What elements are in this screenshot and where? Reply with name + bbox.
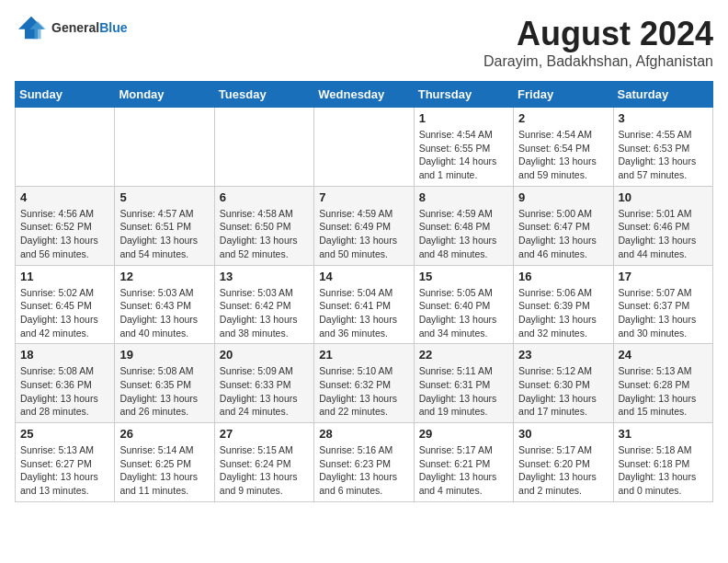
weekday-header-friday: Friday [514, 82, 613, 108]
logo: GeneralBlue [15, 15, 127, 40]
calendar-week-4: 18Sunrise: 5:08 AM Sunset: 6:36 PM Dayli… [16, 344, 713, 423]
calendar-day: 11Sunrise: 5:02 AM Sunset: 6:45 PM Dayli… [16, 265, 115, 344]
calendar-day: 29Sunrise: 5:17 AM Sunset: 6:21 PM Dayli… [414, 423, 513, 502]
calendar-day: 14Sunrise: 5:04 AM Sunset: 6:41 PM Dayli… [314, 265, 414, 344]
calendar-day: 22Sunrise: 5:11 AM Sunset: 6:31 PM Dayli… [414, 344, 513, 423]
calendar-day [16, 108, 115, 187]
title-block: August 2024 Darayim, Badakhshan, Afghani… [483, 15, 713, 70]
day-info: Sunrise: 5:03 AM Sunset: 6:43 PM Dayligh… [119, 286, 209, 340]
day-info: Sunrise: 5:14 AM Sunset: 6:25 PM Dayligh… [119, 443, 209, 498]
day-info: Sunrise: 5:15 AM Sunset: 6:24 PM Dayligh… [220, 443, 309, 498]
day-info: Sunrise: 4:55 AM Sunset: 6:53 PM Dayligh… [619, 128, 708, 182]
calendar-day: 31Sunrise: 5:18 AM Sunset: 6:18 PM Dayli… [613, 423, 712, 502]
calendar-day: 8Sunrise: 4:59 AM Sunset: 6:48 PM Daylig… [414, 186, 513, 265]
day-info: Sunrise: 5:08 AM Sunset: 6:35 PM Dayligh… [119, 364, 209, 419]
calendar-day: 4Sunrise: 4:56 AM Sunset: 6:52 PM Daylig… [16, 186, 115, 265]
day-number: 14 [319, 270, 408, 283]
page-title: August 2024 [483, 15, 713, 53]
calendar-day: 3Sunrise: 4:55 AM Sunset: 6:53 PM Daylig… [613, 108, 712, 187]
day-info: Sunrise: 5:17 AM Sunset: 6:20 PM Dayligh… [518, 443, 608, 498]
calendar-day: 17Sunrise: 5:07 AM Sunset: 6:37 PM Dayli… [613, 265, 712, 344]
calendar-day: 18Sunrise: 5:08 AM Sunset: 6:36 PM Dayli… [16, 344, 115, 423]
calendar-day: 7Sunrise: 4:59 AM Sunset: 6:49 PM Daylig… [314, 186, 414, 265]
day-number: 6 [220, 190, 309, 204]
day-number: 5 [119, 190, 209, 204]
calendar-day [115, 108, 214, 187]
logo-icon [15, 15, 48, 40]
page-subtitle: Darayim, Badakhshan, Afghanistan [483, 53, 713, 70]
day-number: 2 [518, 111, 608, 125]
calendar-day: 26Sunrise: 5:14 AM Sunset: 6:25 PM Dayli… [115, 423, 214, 502]
day-info: Sunrise: 5:00 AM Sunset: 6:47 PM Dayligh… [518, 207, 608, 261]
calendar-day: 21Sunrise: 5:10 AM Sunset: 6:32 PM Dayli… [314, 344, 414, 423]
day-info: Sunrise: 4:59 AM Sunset: 6:48 PM Dayligh… [419, 207, 508, 261]
day-number: 24 [619, 348, 708, 362]
day-number: 20 [220, 348, 309, 362]
day-number: 22 [419, 348, 508, 362]
weekday-header-saturday: Saturday [613, 82, 712, 108]
day-number: 27 [220, 427, 309, 441]
day-info: Sunrise: 5:16 AM Sunset: 6:23 PM Dayligh… [319, 443, 408, 498]
day-info: Sunrise: 5:13 AM Sunset: 6:28 PM Dayligh… [619, 364, 708, 419]
day-info: Sunrise: 5:11 AM Sunset: 6:31 PM Dayligh… [419, 364, 508, 419]
weekday-header-sunday: Sunday [16, 82, 115, 108]
calendar-day [214, 108, 313, 187]
day-info: Sunrise: 4:57 AM Sunset: 6:51 PM Dayligh… [119, 207, 209, 261]
page-header: GeneralBlue August 2024 Darayim, Badakhs… [15, 15, 713, 70]
day-info: Sunrise: 4:59 AM Sunset: 6:49 PM Dayligh… [319, 207, 408, 261]
day-number: 1 [419, 111, 508, 125]
day-number: 28 [319, 427, 408, 441]
day-info: Sunrise: 5:13 AM Sunset: 6:27 PM Dayligh… [20, 443, 109, 498]
weekday-header-tuesday: Tuesday [214, 82, 313, 108]
day-info: Sunrise: 5:03 AM Sunset: 6:42 PM Dayligh… [220, 286, 309, 340]
calendar-week-5: 25Sunrise: 5:13 AM Sunset: 6:27 PM Dayli… [16, 423, 713, 502]
day-number: 23 [518, 348, 608, 362]
day-info: Sunrise: 5:07 AM Sunset: 6:37 PM Dayligh… [619, 286, 708, 340]
day-number: 19 [119, 348, 209, 362]
calendar-table: SundayMondayTuesdayWednesdayThursdayFrid… [15, 81, 713, 502]
day-number: 11 [20, 270, 109, 283]
weekday-header-wednesday: Wednesday [314, 82, 414, 108]
day-info: Sunrise: 4:54 AM Sunset: 6:54 PM Dayligh… [518, 128, 608, 182]
day-number: 13 [220, 270, 309, 283]
day-number: 15 [419, 270, 508, 283]
day-number: 8 [419, 190, 508, 204]
day-info: Sunrise: 5:10 AM Sunset: 6:32 PM Dayligh… [319, 364, 408, 419]
day-info: Sunrise: 4:54 AM Sunset: 6:55 PM Dayligh… [419, 128, 508, 182]
calendar-day [314, 108, 414, 187]
calendar-day: 19Sunrise: 5:08 AM Sunset: 6:35 PM Dayli… [115, 344, 214, 423]
calendar-day: 23Sunrise: 5:12 AM Sunset: 6:30 PM Dayli… [514, 344, 613, 423]
calendar-week-3: 11Sunrise: 5:02 AM Sunset: 6:45 PM Dayli… [16, 265, 713, 344]
day-number: 7 [319, 190, 408, 204]
calendar-day: 27Sunrise: 5:15 AM Sunset: 6:24 PM Dayli… [214, 423, 313, 502]
day-info: Sunrise: 5:06 AM Sunset: 6:39 PM Dayligh… [518, 286, 608, 340]
day-info: Sunrise: 5:17 AM Sunset: 6:21 PM Dayligh… [419, 443, 508, 498]
day-info: Sunrise: 5:02 AM Sunset: 6:45 PM Dayligh… [20, 286, 109, 340]
day-number: 9 [518, 190, 608, 204]
day-number: 4 [20, 190, 109, 204]
day-number: 25 [20, 427, 109, 441]
day-number: 26 [119, 427, 209, 441]
calendar-week-1: 1Sunrise: 4:54 AM Sunset: 6:55 PM Daylig… [16, 108, 713, 187]
calendar-day: 30Sunrise: 5:17 AM Sunset: 6:20 PM Dayli… [514, 423, 613, 502]
calendar-day: 24Sunrise: 5:13 AM Sunset: 6:28 PM Dayli… [613, 344, 712, 423]
day-info: Sunrise: 5:18 AM Sunset: 6:18 PM Dayligh… [619, 443, 708, 498]
day-number: 3 [619, 111, 708, 125]
day-number: 16 [518, 270, 608, 283]
calendar-day: 1Sunrise: 4:54 AM Sunset: 6:55 PM Daylig… [414, 108, 513, 187]
day-info: Sunrise: 5:05 AM Sunset: 6:40 PM Dayligh… [419, 286, 508, 340]
day-number: 17 [619, 270, 708, 283]
calendar-day: 5Sunrise: 4:57 AM Sunset: 6:51 PM Daylig… [115, 186, 214, 265]
day-info: Sunrise: 5:09 AM Sunset: 6:33 PM Dayligh… [220, 364, 309, 419]
day-number: 12 [119, 270, 209, 283]
day-number: 30 [518, 427, 608, 441]
calendar-day: 12Sunrise: 5:03 AM Sunset: 6:43 PM Dayli… [115, 265, 214, 344]
day-info: Sunrise: 4:58 AM Sunset: 6:50 PM Dayligh… [220, 207, 309, 261]
calendar-day: 13Sunrise: 5:03 AM Sunset: 6:42 PM Dayli… [214, 265, 313, 344]
day-info: Sunrise: 5:12 AM Sunset: 6:30 PM Dayligh… [518, 364, 608, 419]
calendar-day: 28Sunrise: 5:16 AM Sunset: 6:23 PM Dayli… [314, 423, 414, 502]
calendar-day: 6Sunrise: 4:58 AM Sunset: 6:50 PM Daylig… [214, 186, 313, 265]
day-info: Sunrise: 5:01 AM Sunset: 6:46 PM Dayligh… [619, 207, 708, 261]
day-number: 31 [619, 427, 708, 441]
day-number: 21 [319, 348, 408, 362]
